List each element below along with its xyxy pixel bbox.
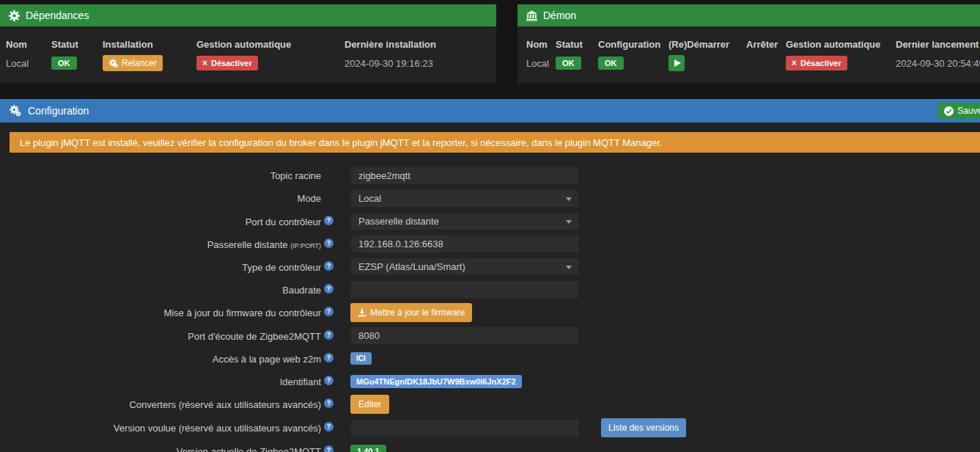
col-derniere-installation: Dernière installation bbox=[345, 39, 436, 50]
col-nom: Nom bbox=[526, 39, 556, 50]
form-row-identifier: Identifiant? MGu4TNEgnlDK18JbU7W9Bxw0l6J… bbox=[0, 372, 980, 390]
baudrate-input[interactable] bbox=[350, 280, 579, 299]
last-install-datetime: 2024-09-30 19:16:23 bbox=[345, 58, 433, 69]
daemon-body: Nom Statut Configuration (Re)Démarrer Ar… bbox=[517, 26, 980, 83]
help-icon[interactable]: ? bbox=[324, 422, 334, 431]
col-statut: Statut bbox=[51, 39, 103, 50]
help-icon[interactable]: ? bbox=[324, 238, 334, 248]
help-icon[interactable]: ? bbox=[324, 398, 334, 408]
save-label: Sauvegarder bbox=[957, 106, 980, 116]
mode-selected-value: Local bbox=[358, 193, 381, 204]
configuration-title: Configuration bbox=[28, 105, 89, 117]
col-nom: Nom bbox=[6, 39, 51, 50]
form-row-remote-gateway: Passerelle distante (IP:PORT)? bbox=[0, 235, 980, 253]
remote-gateway-label-suffix: (IP:PORT) bbox=[290, 242, 321, 249]
dependency-status-badge: OK bbox=[51, 56, 77, 70]
remote-gateway-input[interactable] bbox=[350, 235, 579, 253]
daemon-table-row: Local OK OK × Désactiver bbox=[517, 53, 980, 73]
close-icon: × bbox=[202, 59, 207, 68]
relaunch-label: Relancer bbox=[122, 58, 157, 68]
topic-input[interactable] bbox=[350, 167, 579, 185]
dependency-name: Local bbox=[6, 58, 51, 69]
col-installation: Installation bbox=[103, 39, 196, 50]
configuration-body: Le plugin jMQTT est installé, veuillez v… bbox=[0, 123, 980, 452]
help-icon[interactable]: ? bbox=[324, 330, 334, 340]
save-button[interactable]: Sauvegarder bbox=[938, 103, 980, 119]
last-launch-datetime: 2024-09-30 20:54:49 bbox=[896, 58, 980, 69]
configuration-header: Configuration Sauvegarder bbox=[0, 99, 980, 123]
col-statut: Statut bbox=[556, 39, 598, 50]
z2m-port-input[interactable] bbox=[350, 327, 579, 345]
version-list-label: Liste des versions bbox=[608, 423, 679, 433]
disable-label: Désactiver bbox=[800, 59, 841, 68]
close-icon: × bbox=[792, 59, 797, 68]
daemon-title: Démon bbox=[543, 10, 576, 21]
form-row-converters: Converters (réservé aux utilisateurs ava… bbox=[0, 395, 980, 414]
daemon-header: Démon bbox=[517, 4, 980, 26]
help-icon[interactable]: ? bbox=[324, 445, 334, 452]
wanted-version-input[interactable] bbox=[350, 419, 579, 437]
controller-type-selected-value: EZSP (Atlas/Luna/Smart) bbox=[358, 261, 465, 272]
disable-auto-management-button[interactable]: × Désactiver bbox=[196, 56, 258, 70]
jmqtt-warning-banner: Le plugin jMQTT est installé, veuillez v… bbox=[10, 132, 980, 153]
form-row-current-version: Version actuelle de Zigbee2MQTT? 1.40.1 bbox=[0, 442, 980, 452]
mode-select[interactable]: Local bbox=[350, 189, 579, 208]
cogs-icon bbox=[108, 59, 118, 68]
daemon-config-status-badge: OK bbox=[598, 56, 624, 70]
help-icon[interactable]: ? bbox=[324, 284, 334, 294]
help-icon[interactable]: ? bbox=[324, 376, 334, 385]
form-row-z2m-port: Port d'écoute de Zigbee2MQTT? bbox=[0, 327, 980, 345]
help-icon[interactable]: ? bbox=[324, 261, 334, 271]
identifier-label: Identifiant? bbox=[0, 376, 334, 387]
chevron-down-icon bbox=[566, 266, 572, 269]
form-row-topic: Topic racine bbox=[0, 167, 980, 185]
configuration-form: Topic racine Mode Local Port du contrôle… bbox=[0, 167, 980, 452]
baudrate-label: Baudrate? bbox=[0, 284, 334, 296]
help-icon[interactable]: ? bbox=[324, 216, 334, 225]
bank-icon bbox=[526, 10, 537, 21]
col-dernier-lancement: Dernier lancement bbox=[896, 39, 979, 50]
identifier-badge: MGu4TNEgnlDK18JbU7W9Bxw0l6JnX2F2 bbox=[350, 375, 522, 388]
firmware-label: Mise à jour du firmware du contrôleur? bbox=[0, 307, 334, 318]
disable-daemon-auto-management-button[interactable]: × Désactiver bbox=[786, 56, 847, 70]
cogs-icon bbox=[9, 105, 22, 117]
controller-port-label: Port du contrôleur? bbox=[0, 216, 334, 227]
col-arreter: Arrêter bbox=[746, 39, 786, 50]
daemon-name: Local bbox=[526, 58, 556, 69]
update-firmware-label: Mettre à jour le firmware bbox=[370, 307, 465, 318]
play-icon bbox=[674, 59, 681, 67]
controller-type-select[interactable]: EZSP (Atlas/Luna/Smart) bbox=[350, 258, 579, 276]
col-gestion-auto: Gestion automatique bbox=[786, 39, 896, 50]
form-row-web-access: Accès à la page web z2m? ICI bbox=[0, 349, 980, 368]
current-version-label: Version actuelle de Zigbee2MQTT? bbox=[0, 445, 334, 452]
wanted-version-label: Version voulue (réservé aux utilisateurs… bbox=[0, 422, 334, 434]
check-circle-icon bbox=[944, 106, 954, 116]
update-firmware-button[interactable]: Mettre à jour le firmware bbox=[350, 303, 472, 322]
controller-port-select[interactable]: Passerelle distante bbox=[350, 212, 579, 230]
form-row-wanted-version: Version voulue (réservé aux utilisateurs… bbox=[0, 418, 980, 437]
help-icon[interactable]: ? bbox=[324, 353, 334, 362]
topic-label: Topic racine bbox=[0, 170, 334, 181]
disable-label: Désactiver bbox=[211, 59, 252, 68]
col-configuration: Configuration bbox=[598, 39, 668, 50]
form-row-controller-type: Type de contrôleur? EZSP (Atlas/Luna/Sma… bbox=[0, 258, 980, 276]
chevron-down-icon bbox=[566, 220, 572, 224]
edit-converters-button[interactable]: Editer bbox=[350, 395, 389, 414]
daemon-status-badge: OK bbox=[556, 56, 581, 70]
remote-gateway-label: Passerelle distante (IP:PORT)? bbox=[0, 238, 334, 250]
converters-label: Converters (réservé aux utilisateurs ava… bbox=[0, 398, 334, 410]
top-panels: Dépendances Nom Statut Installation Gest… bbox=[0, 0, 980, 83]
version-list-button[interactable]: Liste des versions bbox=[601, 418, 686, 437]
controller-type-label: Type de contrôleur? bbox=[0, 261, 334, 273]
mode-label: Mode bbox=[0, 193, 334, 204]
dependencies-table-row: Local OK bbox=[0, 53, 496, 73]
form-row-mode: Mode Local bbox=[0, 189, 980, 208]
restart-daemon-button[interactable] bbox=[668, 55, 685, 71]
col-gestion-auto: Gestion automatique bbox=[196, 39, 345, 50]
help-icon[interactable]: ? bbox=[324, 307, 334, 316]
z2m-web-page-button[interactable]: ICI bbox=[350, 352, 372, 365]
daemon-table-header: Nom Statut Configuration (Re)Démarrer Ar… bbox=[517, 35, 980, 53]
relaunch-dependencies-button[interactable]: Relancer bbox=[103, 55, 163, 71]
dependencies-body: Nom Statut Installation Gestion automati… bbox=[0, 26, 496, 83]
dependencies-header: Dépendances bbox=[0, 4, 496, 26]
